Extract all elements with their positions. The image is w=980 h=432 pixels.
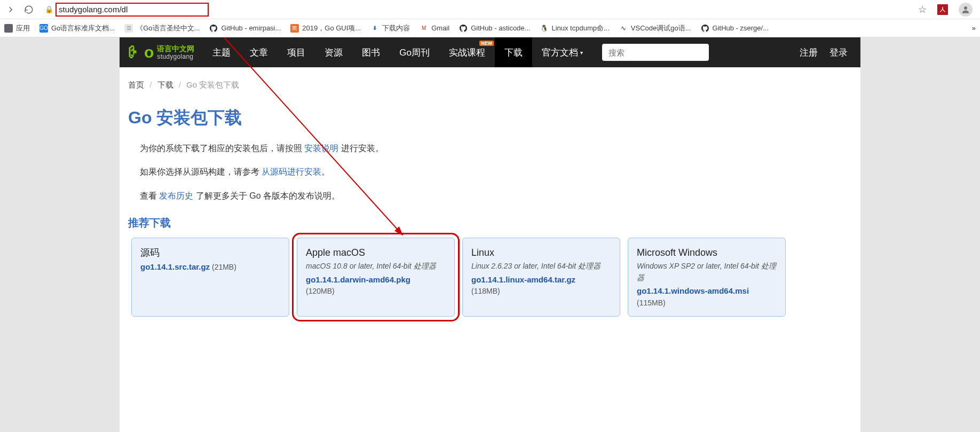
nav-item[interactable]: 官方文档▾ (532, 37, 592, 67)
bookmark-label: 下载内容 (382, 23, 410, 33)
release-history-link[interactable]: 发布历史 (159, 191, 193, 200)
bookmarks-overflow-icon[interactable]: » (972, 24, 976, 32)
new-badge: NEW (479, 41, 494, 46)
bookmark-favicon-icon (701, 24, 709, 33)
bookmark-item[interactable]: 🐧Linux tcpdump命... (540, 23, 609, 33)
register-link[interactable]: 注册 (800, 46, 818, 59)
url-text: studygolang.com/dl (56, 3, 209, 17)
bookmark-favicon-icon (209, 24, 218, 33)
card-size: (120MB) (306, 286, 446, 297)
bookmark-item[interactable]: ∿VSCode调试go语... (619, 23, 691, 33)
card-title: 源码 (140, 246, 280, 261)
intro-p3: 查看 发布历史 了解更多关于 Go 各版本的发布说明。 (140, 188, 852, 204)
svg-point-0 (964, 6, 967, 10)
address-bar[interactable]: 🔒 studygolang.com/dl (41, 3, 210, 17)
card-desc: macOS 10.8 or later, Intel 64-bit 处理器 (306, 261, 446, 272)
bookmark-label: 2019，Go GUI项... (302, 23, 361, 33)
bookmark-item[interactable]: ⬇下载内容 (370, 23, 410, 33)
bookmark-item[interactable]: MGmail (420, 24, 449, 33)
bookmark-label: Linux tcpdump命... (551, 23, 609, 33)
nav-item[interactable]: 项目 (278, 37, 315, 67)
card-desc: Linux 2.6.23 or later, Intel 64-bit 处理器 (471, 261, 611, 272)
bookmark-favicon-icon: ☰ (124, 24, 133, 33)
nav-item-label: 项目 (287, 46, 305, 59)
intro-p1: 为你的系统下载了相应的安装包后，请按照 安装说明 进行安装。 (140, 140, 852, 156)
nav-item[interactable]: 文章 (240, 37, 278, 67)
nav-item[interactable]: 资源 (315, 37, 352, 67)
bookmark-favicon-icon (4, 24, 13, 33)
profile-avatar-icon[interactable] (959, 3, 973, 17)
nav-item[interactable]: 主题 (203, 37, 240, 67)
bookmark-label: GitHub - emirpasi... (221, 24, 281, 32)
bookmark-item[interactable]: GitHub - emirpasi... (209, 24, 281, 33)
card-size: (115MB) (637, 297, 777, 309)
download-card[interactable]: 源码go1.14.1.src.tar.gz (21MB) (131, 238, 289, 317)
nav-item-label: 资源 (325, 46, 343, 59)
nav-search[interactable] (602, 44, 709, 61)
crumb-dl[interactable]: 下载 (157, 80, 173, 89)
bookmark-item[interactable]: GOGo语言标准库文档... (39, 23, 115, 33)
nav-item[interactable]: 实战课程NEW (439, 37, 495, 67)
browser-toolbar: 🔒 studygolang.com/dl ☆ 人 (0, 0, 980, 19)
card-file-link[interactable]: go1.14.1.darwin-amd64.pkg (306, 273, 446, 286)
bookmark-favicon-icon: 🐧 (540, 24, 548, 33)
bookmark-label: 应用 (16, 23, 30, 33)
card-title: Microsoft Windows (637, 246, 777, 261)
install-instructions-link[interactable]: 安装说明 (304, 144, 338, 153)
bookmark-favicon-icon (459, 24, 468, 33)
content: 首页 / 下载 / Go 安装包下载 Go 安装包下载 为你的系统下载了相应的安… (120, 67, 860, 338)
download-card[interactable]: Microsoft WindowsWindows XP SP2 or later… (628, 238, 786, 317)
download-card[interactable]: LinuxLinux 2.6.23 or later, Intel 64-bit… (462, 238, 620, 317)
nav-item-label: 文章 (250, 46, 268, 59)
logo-mark-icon: ᠿo (128, 43, 154, 61)
bookmark-label: GitHub - asticode... (471, 24, 530, 32)
install-from-source-link[interactable]: 从源码进行安装 (262, 167, 321, 176)
bookmark-item[interactable]: GitHub - zserge/... (701, 24, 769, 33)
nav-item[interactable]: 图书 (352, 37, 390, 67)
bookmark-favicon-icon: ∿ (619, 24, 628, 33)
bookmark-favicon-icon: GO (39, 24, 48, 33)
card-title: Linux (471, 246, 611, 261)
bookmark-item[interactable]: 应用 (4, 23, 30, 33)
card-file-link[interactable]: go1.14.1.src.tar.gz (140, 262, 210, 271)
recommended-heading: 推荐下载 (128, 216, 852, 230)
nav-item[interactable]: Go周刊 (390, 37, 439, 67)
login-link[interactable]: 登录 (829, 46, 848, 59)
download-card[interactable]: Apple macOSmacOS 10.8 or later, Intel 64… (297, 238, 455, 317)
bookmark-favicon-icon: M (420, 24, 428, 33)
bookmark-label: VSCode调试go语... (631, 23, 691, 33)
breadcrumb: 首页 / 下载 / Go 安装包下载 (128, 80, 852, 97)
bookmark-label: 《Go语言圣经中文... (136, 23, 200, 33)
download-cards: 源码go1.14.1.src.tar.gz (21MB)Apple macOSm… (131, 238, 852, 317)
bookmark-star-icon[interactable]: ☆ (918, 4, 927, 15)
crumb-home[interactable]: 首页 (128, 80, 144, 89)
card-file-link[interactable]: go1.14.1.linux-amd64.tar.gz (471, 273, 611, 286)
site-logo[interactable]: ᠿo 语言中文网 studygolang (120, 37, 203, 67)
site-nav: ᠿo 语言中文网 studygolang 主题文章项目资源图书Go周刊实战课程N… (120, 37, 860, 67)
card-title: Apple macOS (306, 246, 446, 261)
nav-item-label: 实战课程 (449, 46, 485, 59)
nav-item[interactable]: 下载 (495, 37, 532, 67)
bookmark-label: Go语言标准库文档... (51, 23, 115, 33)
reload-icon[interactable] (22, 3, 35, 16)
pdf-extension-icon[interactable]: 人 (937, 4, 948, 15)
page: ᠿo 语言中文网 studygolang 主题文章项目资源图书Go周刊实战课程N… (120, 37, 860, 432)
bookmark-label: Gmail (431, 24, 449, 32)
intro-p2: 如果你选择从源码构建，请参考 从源码进行安装。 (140, 164, 852, 180)
bookmark-item[interactable]: ☰《Go语言圣经中文... (124, 23, 200, 33)
bookmark-item[interactable]: 简2019，Go GUI项... (290, 23, 361, 33)
forward-icon[interactable] (4, 3, 17, 16)
crumb-current: Go 安装包下载 (186, 80, 239, 89)
nav-item-label: Go周刊 (399, 46, 430, 59)
bookmark-label: GitHub - zserge/... (713, 24, 769, 32)
card-size: (21MB) (210, 263, 236, 271)
nav-item-label: 官方文档 (542, 46, 578, 59)
lock-icon: 🔒 (45, 5, 53, 13)
search-input[interactable] (602, 44, 709, 61)
bookmarks-bar: 应用GOGo语言标准库文档...☰《Go语言圣经中文...GitHub - em… (0, 19, 980, 37)
bookmark-item[interactable]: GitHub - asticode... (459, 24, 530, 33)
card-desc: Windows XP SP2 or later, Intel 64-bit 处理… (637, 261, 777, 284)
card-file-link[interactable]: go1.14.1.windows-amd64.msi (637, 285, 777, 297)
bookmark-favicon-icon: 简 (290, 24, 299, 33)
page-title: Go 安装包下载 (128, 106, 852, 130)
